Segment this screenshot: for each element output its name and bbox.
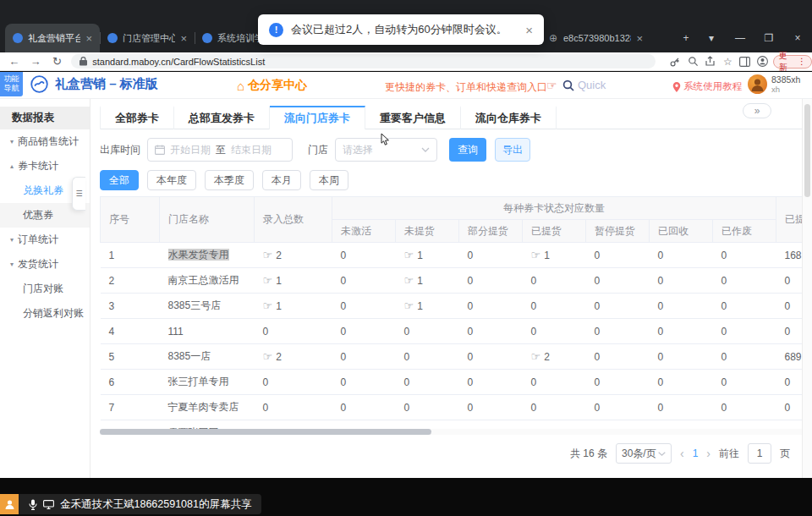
quick-filter-button-2[interactable]: 本季度: [205, 170, 254, 190]
cell-status-3: 0: [523, 294, 586, 319]
tab-1[interactable]: 总部直发券卡: [174, 106, 270, 129]
cell-store-name[interactable]: 111: [160, 319, 255, 344]
sidebar-item-7[interactable]: 分销返利对账: [0, 301, 90, 326]
collapse-tabs-button[interactable]: »: [743, 103, 771, 118]
table-row: 1水果发货专用☞20☞10☞1000168.0: [101, 243, 803, 268]
minimize-button[interactable]: —: [726, 32, 754, 44]
toast-close-icon[interactable]: ×: [525, 23, 533, 37]
zoom-icon[interactable]: [684, 56, 702, 67]
tab-4[interactable]: 流向仓库券卡: [461, 106, 557, 129]
update-button[interactable]: 更新 ⋮: [773, 55, 812, 69]
quick-filter-button-3[interactable]: 本月: [262, 170, 301, 190]
horizontal-scrollbar-thumb[interactable]: [100, 429, 431, 435]
sidebar-item-1[interactable]: ▴券卡统计: [0, 154, 90, 178]
maximize-button[interactable]: ❐: [754, 32, 783, 44]
pointer-hand-icon: ☞: [263, 299, 273, 312]
quick-filter-button-4[interactable]: 本周: [310, 170, 348, 190]
page-size-select[interactable]: 30条/页: [616, 443, 672, 464]
cell-store-name[interactable]: 8385三号店: [160, 294, 255, 319]
caret-icon: ▾: [10, 236, 14, 244]
cell-status-2: 0: [459, 395, 523, 420]
prev-page-button[interactable]: ‹: [680, 447, 684, 460]
status-column-header-6: 已作废: [713, 220, 776, 243]
function-nav-toggle[interactable]: 功能 导航: [0, 72, 23, 96]
cell-status-2: 0: [459, 294, 523, 319]
page-scrollbar[interactable]: [802, 99, 812, 478]
cell-no: 2: [101, 268, 160, 294]
cell-status-5: 0: [650, 370, 713, 395]
tutorial-link[interactable]: 系统使用教程: [672, 80, 742, 93]
browser-toolbar: ← → ↻ standard.maboy.cn/CardFlowStatisti…: [0, 52, 812, 71]
cell-status-3[interactable]: ☞2: [523, 344, 586, 370]
quick-filter-button-0[interactable]: 全部: [100, 170, 139, 190]
cell-count: 1: [276, 300, 282, 312]
user-info[interactable]: 8385xh xh: [748, 74, 800, 95]
tab-0[interactable]: 全部券卡: [100, 106, 174, 129]
reload-icon[interactable]: ↻: [47, 55, 68, 68]
tab-close-icon[interactable]: ×: [85, 32, 92, 45]
presenter-icon[interactable]: [0, 494, 19, 514]
tab-menu-icon[interactable]: ▾: [697, 32, 726, 44]
next-page-button[interactable]: ›: [706, 447, 710, 460]
share-center-link[interactable]: ⌂ 仓分享中心: [237, 78, 307, 93]
mouse-cursor: [381, 133, 391, 146]
side-panel-icon[interactable]: [737, 57, 754, 67]
tab-2[interactable]: 流向门店券卡: [270, 106, 365, 129]
location-pin-icon: [672, 82, 681, 92]
browser-tab[interactable]: ⊕e8c573980b1328a258fd2e6×: [540, 24, 650, 52]
horizontal-scrollbar[interactable]: [100, 429, 802, 435]
date-range-input[interactable]: 开始日期 至 结束日期: [147, 138, 293, 162]
current-page[interactable]: 1: [693, 447, 699, 459]
cell-entry-total[interactable]: ☞1: [255, 268, 332, 294]
cell-status-1[interactable]: ☞1: [396, 294, 459, 319]
goto-page-input[interactable]: 1: [748, 443, 771, 464]
sidebar-collapse-handle[interactable]: ☰: [72, 177, 85, 211]
forward-icon[interactable]: →: [25, 55, 46, 68]
tab-close-icon[interactable]: ×: [636, 32, 643, 45]
cell-entry-total[interactable]: ☞1: [255, 294, 332, 319]
sidebar-item-5[interactable]: ▾发货统计: [0, 252, 90, 277]
monitor-icon: [43, 500, 54, 509]
screen-share-indicator[interactable]: 金禾通技术王斌18662591081的屏幕共享: [19, 494, 261, 514]
sidebar-item-4[interactable]: ▾订单统计: [0, 228, 90, 252]
browser-tab[interactable]: 门店管理中心×: [100, 24, 195, 52]
cell-status-2: 0: [459, 319, 523, 344]
quick-filter-button-1[interactable]: 本年度: [147, 170, 196, 190]
cell-status-3[interactable]: ☞1: [523, 243, 586, 268]
back-icon[interactable]: ←: [3, 55, 25, 68]
key-icon[interactable]: [667, 56, 685, 67]
search-button[interactable]: 查询: [449, 138, 486, 162]
new-tab-button[interactable]: +: [675, 32, 697, 44]
quick-search[interactable]: Quick: [562, 79, 606, 91]
tab-3[interactable]: 重要客户信息: [365, 106, 461, 129]
sidebar-item-0[interactable]: ▾商品销售统计: [0, 129, 90, 154]
cell-store-name[interactable]: 宁夏羊肉专卖店: [160, 395, 255, 420]
sidebar-item-6[interactable]: 门店对账: [0, 277, 90, 301]
cell-status-6: 0: [713, 243, 776, 268]
cell-status-6: 0: [713, 344, 776, 370]
tab-close-icon[interactable]: ×: [180, 32, 187, 45]
microphone-icon: [29, 499, 37, 510]
cell-store-name[interactable]: 水果发货专用: [160, 243, 255, 268]
cell-status-3: 0: [523, 395, 586, 420]
share-icon[interactable]: [702, 56, 720, 67]
cell-entry-total[interactable]: ☞2: [255, 344, 332, 370]
promo-text: 更快捷的券卡、订单和快递查询入口: [385, 80, 547, 95]
browser-tab[interactable]: 礼盒营销平台管理中心×: [5, 24, 100, 52]
cell-store-name[interactable]: 张三打单专用: [160, 370, 255, 395]
page-scrollbar-thumb[interactable]: [804, 104, 810, 197]
bookmark-star-icon[interactable]: ☆: [719, 56, 737, 68]
cell-store-name[interactable]: 8385一店: [160, 344, 255, 370]
cell-status-1: 0: [396, 344, 459, 370]
cell-status-1[interactable]: ☞1: [396, 243, 459, 268]
profile-avatar-icon[interactable]: [754, 56, 771, 67]
sidebar-title: 数据报表: [0, 107, 90, 129]
address-bar[interactable]: standard.maboy.cn/CardFlowStatisticsList: [71, 54, 655, 69]
close-button[interactable]: ×: [783, 32, 812, 44]
export-button[interactable]: 导出: [495, 138, 530, 162]
table-row: 4111000000000: [101, 319, 803, 344]
cell-status-1[interactable]: ☞1: [396, 268, 459, 294]
cell-entry-total[interactable]: ☞2: [255, 243, 332, 268]
cell-store-name[interactable]: 南京王总激活用: [160, 268, 255, 294]
pointer-hand-icon: ☞: [531, 350, 541, 363]
